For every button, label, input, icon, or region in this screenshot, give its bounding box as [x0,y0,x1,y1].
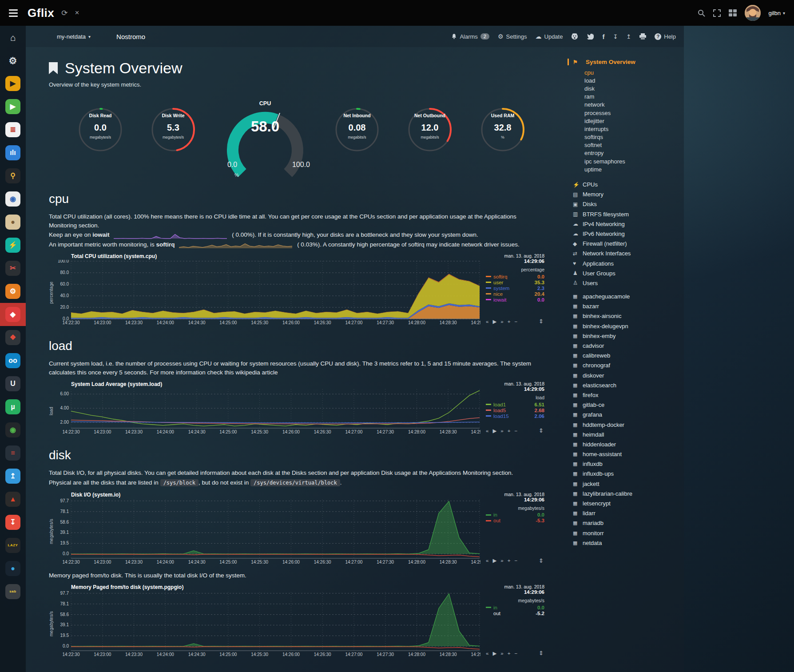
menu-subitem[interactable]: network [573,101,679,109]
menu-section[interactable]: ♙ Users [573,278,679,288]
menu-section[interactable]: ☁ IPv6 Networking [573,229,679,239]
chart-forward-button[interactable]: » [500,428,503,433]
chart-zoom-out-button[interactable]: − [514,428,517,433]
menu-section[interactable]: ☁ IPv4 Networking [573,219,679,229]
search-icon[interactable] [698,9,705,17]
chart-play-button[interactable]: ▶ [492,318,496,325]
menu-app[interactable]: ▦ apacheguacamole [573,292,679,302]
chart-zoom-out-button[interactable]: − [514,558,517,563]
legend-entry[interactable]: load1 6.51 [486,402,544,407]
app-tab[interactable]: ◆ [0,303,26,326]
app-tab[interactable]: ✂ [0,257,26,280]
chart-resize-handle[interactable]: ⇕ [539,557,544,564]
menu-app[interactable]: ▦ netdata [573,538,679,548]
menu-app[interactable]: ▦ diskover [573,370,679,380]
gauge-used-ram[interactable]: Used RAM 32.8 % [475,103,530,159]
menu-app[interactable]: ▦ binhex-emby [573,331,679,341]
upload-icon[interactable]: ↥ [626,33,631,40]
load-plot[interactable]: 14:22:3014:23:0014:23:3014:24:0014:24:30… [55,388,480,435]
softirq-sparkline[interactable] [179,241,293,249]
legend-entry[interactable]: out -5.2 [486,610,544,616]
download-icon[interactable]: ↧ [613,33,618,40]
legend-entry[interactable]: out -5.3 [486,518,544,524]
menu-app[interactable]: ▦ cadvisor [573,341,679,350]
chart-play-button[interactable]: ▶ [492,428,496,434]
chart-back-button[interactable]: « [486,319,488,324]
app-tab[interactable]: ≣ [0,118,26,141]
print-icon[interactable] [639,33,646,40]
app-tab[interactable]: ⚙ [0,280,26,303]
facebook-icon[interactable]: f [602,33,604,40]
app-tab[interactable]: ▶ [0,95,26,118]
chart-play-button[interactable]: ▶ [492,557,496,564]
menu-app[interactable]: ▦ grafana [573,410,679,420]
iowait-sparkline[interactable] [114,231,227,239]
menu-app[interactable]: ▦ binhex-delugevpn [573,321,679,331]
chart-back-button[interactable]: « [486,651,488,656]
settings-button[interactable]: ⚙ Settings [498,33,527,40]
gauge-cpu[interactable]: CPU 58.0 0.0 100.0 % [218,97,312,179]
menu-app[interactable]: ▦ lazylibrarian-calibre [573,489,679,498]
chart-zoom-out-button[interactable]: − [514,651,517,656]
chart-forward-button[interactable]: » [500,319,503,324]
app-tab[interactable]: ● [0,557,26,580]
legend-entry[interactable]: in 0.0 [486,604,544,610]
gauge-disk-read[interactable]: Disk Read 0.0 megabytes/s [73,103,128,159]
menu-app[interactable]: ▦ influxdb [573,459,679,469]
memory-paged-chart[interactable]: Memory Paged from/to disk (system.pgpgio… [49,584,554,657]
github-icon[interactable] [571,33,578,40]
netdata-host-dropdown[interactable]: my-netdata ▾ [57,33,91,40]
app-tab[interactable]: ≡ [0,441,26,465]
menu-subitem[interactable]: disk [573,84,679,92]
menu-app[interactable]: ▦ mariadb [573,518,679,528]
menu-app[interactable]: ▦ hiddenloader [573,439,679,449]
close-icon[interactable]: × [75,8,79,17]
chart-forward-button[interactable]: » [500,558,503,563]
chart-back-button[interactable]: « [486,558,488,563]
menu-app[interactable]: ▦ home-assistant [573,449,679,459]
app-tab[interactable]: ⚲ [0,164,26,187]
legend-entry[interactable]: softirq 0.0 [486,274,544,279]
menu-subitem[interactable]: softirqs [573,133,679,141]
legend-entry[interactable]: load5 2.68 [486,407,544,413]
app-tab[interactable]: ↥ [0,465,26,488]
chart-zoom-in-button[interactable]: + [508,651,511,656]
cpu-chart[interactable]: Total CPU utilization (system.cpu) perce… [49,253,554,326]
chart-resize-handle[interactable]: ⇕ [539,427,544,434]
user-menu[interactable]: gilbn ▾ [769,10,786,16]
chart-zoom-in-button[interactable]: + [508,558,511,563]
app-tab[interactable]: ↧ [0,511,26,534]
chart-resize-handle[interactable]: ⇕ [539,650,544,656]
app-tab[interactable]: µ [0,395,26,418]
menu-subitem[interactable]: load [573,76,679,84]
menu-section[interactable]: ◆ Firewall (netfilter) [573,239,679,249]
app-tab[interactable]: ▶ [0,72,26,95]
cpu-plot[interactable]: 14:22:3014:23:0014:23:3014:24:0014:24:30… [55,260,480,326]
menu-app[interactable]: ▦ monitorr [573,528,679,538]
legend-entry[interactable]: load15 2.06 [486,413,544,419]
chart-zoom-out-button[interactable]: − [514,319,517,324]
legend-entry[interactable]: nice 20.4 [486,291,544,297]
app-tab[interactable]: ⚙ [0,49,26,72]
chart-back-button[interactable]: « [486,428,488,433]
menu-section[interactable]: ▥ BTRFS filesystem [573,209,679,219]
menu-app[interactable]: ▦ influxdb-ups [573,469,679,479]
menu-app[interactable]: ▦ binhex-airsonic [573,311,679,321]
avatar[interactable] [745,5,761,21]
menu-section[interactable]: ♥ Applications [573,258,679,268]
app-tab[interactable]: oo [0,349,26,372]
app-tab[interactable]: ⚡ [0,234,26,257]
menu-subitem[interactable]: cpu [573,68,679,76]
menu-app[interactable]: ▦ chronograf [573,361,679,370]
menu-section[interactable]: ▣ Disks [573,199,679,209]
disk-chart[interactable]: Disk I/O (system.io) megabytes/s 14:22:3… [49,492,554,565]
menu-system-overview[interactable]: ⚑ System Overview [568,59,679,65]
menu-app[interactable]: ▦ heimdall [573,429,679,439]
menu-section[interactable]: ⚡ CPUs [573,179,679,189]
tabs-grid-icon[interactable] [729,9,737,16]
legend-entry[interactable]: user 35.3 [486,279,544,285]
app-tab[interactable]: ▲ [0,488,26,511]
app-brand[interactable]: Gflix [28,6,54,20]
menu-subitem[interactable]: entropy [573,149,679,157]
menu-app[interactable]: ▦ elasticsearch [573,380,679,390]
